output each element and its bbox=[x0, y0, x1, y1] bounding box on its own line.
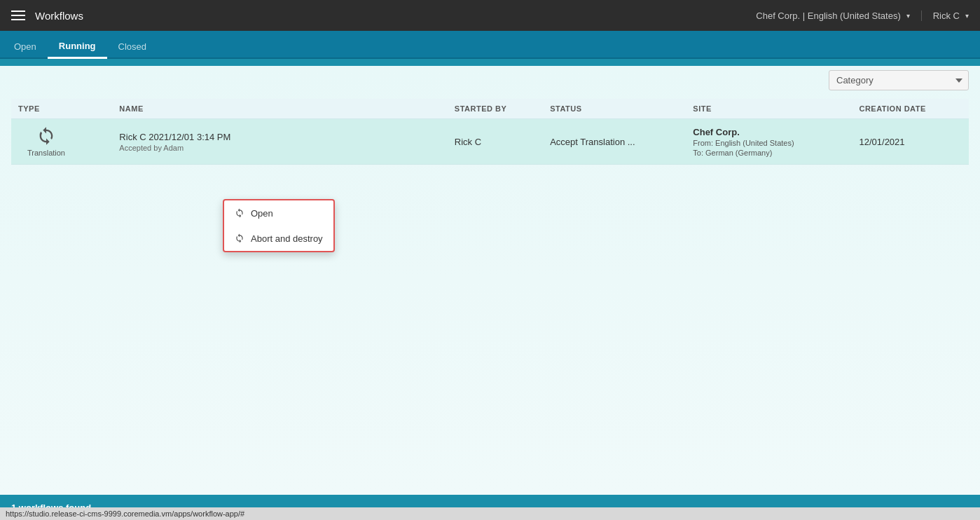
type-cell: Translation bbox=[11, 119, 112, 165]
translation-icon bbox=[36, 126, 56, 146]
urlbar: https://studio.release-ci-cms-9999.corem… bbox=[0, 507, 980, 520]
col-creation-date: CREATION DATE bbox=[852, 99, 969, 119]
col-type: TYPE bbox=[11, 99, 112, 119]
org-selector[interactable]: Chef Corp. | English (United States) ▾ bbox=[756, 11, 921, 21]
org-chevron: ▾ bbox=[906, 12, 910, 20]
col-site: SITE bbox=[686, 99, 852, 119]
category-dropdown[interactable]: Category Translation bbox=[829, 70, 969, 90]
abort-icon bbox=[234, 233, 245, 244]
status-cell: Accept Translation ... bbox=[543, 119, 686, 165]
tab-closed[interactable]: Closed bbox=[107, 36, 158, 59]
abort-label: Abort and destroy bbox=[251, 233, 323, 244]
context-menu: Open Abort and destroy bbox=[223, 199, 335, 252]
started-by-cell: Rick C bbox=[448, 119, 543, 165]
site-to: To: German (Germany) bbox=[693, 149, 845, 157]
org-label: Chef Corp. | English (United States) bbox=[756, 11, 900, 21]
open-label: Open bbox=[251, 208, 273, 219]
col-started-by: STARTED BY bbox=[448, 99, 543, 119]
hamburger-button[interactable] bbox=[11, 11, 25, 20]
url-text: https://studio.release-ci-cms-9999.corem… bbox=[6, 509, 244, 518]
workflow-table: TYPE NAME STARTED BY STATUS SITE CREATIO… bbox=[11, 99, 969, 165]
tab-running[interactable]: Running bbox=[48, 35, 107, 59]
category-bar: Category Translation bbox=[11, 70, 969, 90]
col-name: NAME bbox=[112, 99, 447, 119]
tabbar: Open Running Closed bbox=[0, 31, 980, 59]
user-chevron: ▾ bbox=[965, 12, 969, 20]
site-cell: Chef Corp. From: English (United States)… bbox=[686, 119, 852, 165]
context-menu-open[interactable]: Open bbox=[224, 200, 333, 226]
type-label: Translation bbox=[27, 149, 65, 157]
creation-date-cell: 12/01/2021 bbox=[852, 119, 969, 165]
tab-open[interactable]: Open bbox=[3, 36, 48, 59]
user-label: Rick C bbox=[933, 11, 960, 21]
col-status: STATUS bbox=[543, 99, 686, 119]
navbar: Workflows Chef Corp. | English (United S… bbox=[0, 0, 980, 31]
app-title: Workflows bbox=[35, 10, 756, 22]
context-menu-abort[interactable]: Abort and destroy bbox=[224, 226, 333, 251]
open-icon bbox=[234, 207, 245, 219]
workflow-name: Rick C 2021/12/01 3:14 PM bbox=[119, 132, 440, 142]
user-menu[interactable]: Rick C ▾ bbox=[922, 11, 969, 21]
table-row[interactable]: Translation Rick C 2021/12/01 3:14 PM Ac… bbox=[11, 119, 969, 165]
navbar-right: Chef Corp. | English (United States) ▾ R… bbox=[756, 11, 969, 21]
table-header: TYPE NAME STARTED BY STATUS SITE CREATIO… bbox=[11, 99, 969, 119]
workflow-sub: Accepted by Adam bbox=[119, 144, 440, 152]
content-area: Category Translation TYPE NAME STARTED B… bbox=[0, 59, 980, 495]
name-cell: Rick C 2021/12/01 3:14 PM Accepted by Ad… bbox=[112, 119, 447, 165]
site-from: From: English (United States) bbox=[693, 139, 845, 147]
site-name: Chef Corp. bbox=[693, 127, 845, 137]
